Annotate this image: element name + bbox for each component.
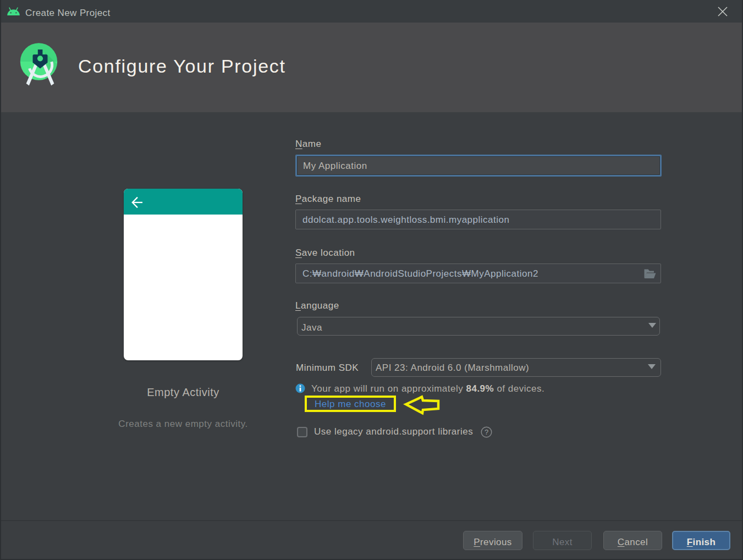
svg-text:?: ?: [485, 428, 488, 436]
